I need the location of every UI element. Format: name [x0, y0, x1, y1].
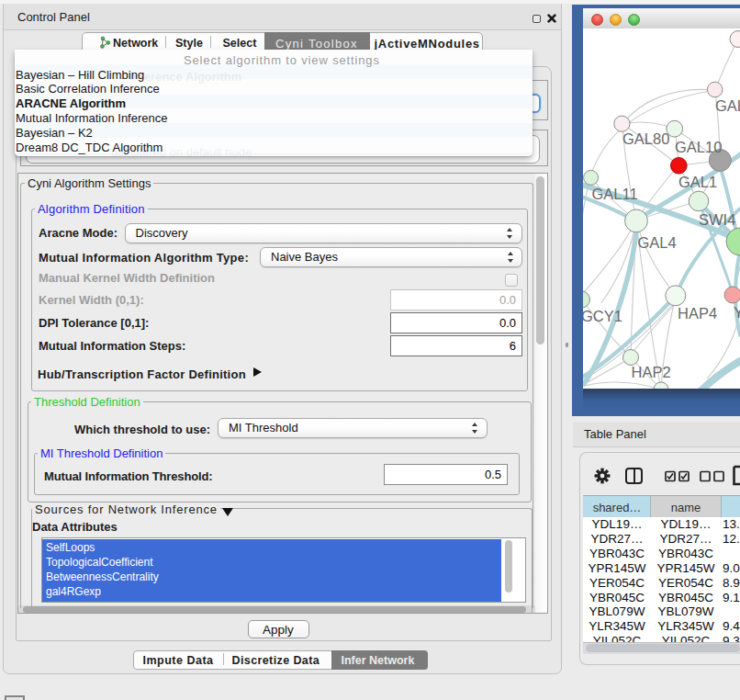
svg-text:GAL2: GAL2 — [715, 97, 740, 114]
svg-text:GAL1: GAL1 — [678, 174, 717, 190]
svg-text:GAL80: GAL80 — [622, 130, 669, 147]
svg-text:GAL11: GAL11 — [592, 186, 638, 202]
svg-text:GAL4: GAL4 — [638, 234, 677, 251]
svg-text:HAP4: HAP4 — [678, 305, 717, 322]
svg-text:SWI4: SWI4 — [699, 211, 735, 228]
svg-text:YE: YE — [734, 304, 740, 321]
svg-text:HAP2: HAP2 — [632, 364, 671, 380]
svg-text:GCY1: GCY1 — [583, 308, 622, 324]
svg-text:GAL10: GAL10 — [675, 139, 722, 155]
